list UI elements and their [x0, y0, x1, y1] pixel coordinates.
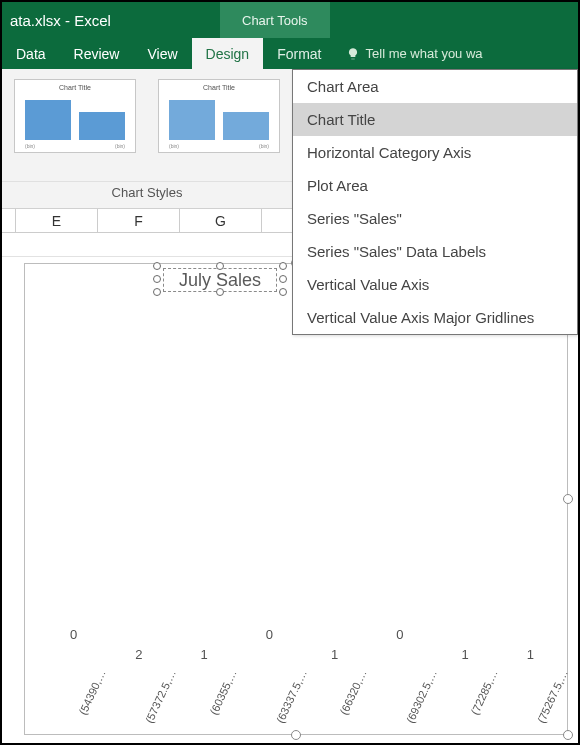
x-axis-labels[interactable]: (54390,…(57372.5,…(60355,…(63337.5,…(663… — [41, 648, 563, 728]
dd-chart-title[interactable]: Chart Title — [293, 103, 577, 136]
thumb-bars-1 — [25, 100, 125, 140]
tab-format[interactable]: Format — [263, 38, 335, 69]
data-label: 0 — [41, 627, 106, 642]
col-hdr-e[interactable]: E — [16, 209, 98, 232]
x-tick-label: (63337.5,… — [237, 648, 302, 728]
title-handle[interactable] — [279, 275, 287, 283]
ribbon-tabs: Data Review View Design Format Tell me w… — [2, 38, 578, 69]
dd-plot-area[interactable]: Plot Area — [293, 169, 577, 202]
tab-data[interactable]: Data — [2, 38, 60, 69]
chart-style-option-2[interactable]: Chart Title (bin)(bin) — [158, 79, 280, 153]
dd-horizontal-axis[interactable]: Horizontal Category Axis — [293, 136, 577, 169]
thumb-bars-2 — [169, 100, 269, 140]
col-hdr-g[interactable]: G — [180, 209, 262, 232]
col-hdr-f[interactable]: F — [98, 209, 180, 232]
lightbulb-icon — [346, 47, 360, 61]
x-tick-label: (66320,… — [302, 648, 367, 728]
title-handle[interactable] — [216, 262, 224, 270]
title-handle[interactable] — [153, 262, 161, 270]
title-handle[interactable] — [279, 262, 287, 270]
dd-chart-area[interactable]: Chart Area — [293, 70, 577, 103]
tell-me-search[interactable]: Tell me what you wa — [336, 38, 483, 69]
dd-series-sales-labels[interactable]: Series "Sales" Data Labels — [293, 235, 577, 268]
chart-handle-bottom-right[interactable] — [563, 730, 573, 740]
bar-series[interactable]: 02101011 — [41, 336, 563, 644]
chart-handle-bottom[interactable] — [291, 730, 301, 740]
data-label: 0 — [237, 627, 302, 642]
plot-area[interactable]: 02101011 — [41, 336, 563, 644]
x-tick-label: (75267.5,… — [498, 648, 563, 728]
dd-vertical-axis[interactable]: Vertical Value Axis — [293, 268, 577, 301]
x-tick-label: (57372.5,… — [106, 648, 171, 728]
excel-window: ata.xlsx - Excel Chart Tools Data Review… — [0, 0, 580, 745]
file-title: ata.xlsx - Excel — [10, 12, 111, 29]
col-hdr-blank[interactable] — [2, 209, 16, 232]
chart-styles-group-label: Chart Styles — [2, 181, 292, 200]
chart-elements-dropdown[interactable]: Chart Area Chart Title Horizontal Catego… — [292, 69, 578, 335]
tab-view[interactable]: View — [133, 38, 191, 69]
data-label: 0 — [367, 627, 432, 642]
x-tick-label: (60355,… — [172, 648, 237, 728]
chart-title-selection[interactable]: July Sales — [153, 262, 287, 296]
tab-design[interactable]: Design — [192, 38, 264, 69]
dd-vertical-axis-gridlines[interactable]: Vertical Value Axis Major Gridlines — [293, 301, 577, 334]
tab-review[interactable]: Review — [60, 38, 134, 69]
thumb-title-2: Chart Title — [159, 84, 279, 91]
dd-series-sales[interactable]: Series "Sales" — [293, 202, 577, 235]
x-tick-label: (54390,… — [41, 648, 106, 728]
chart-handle-right[interactable] — [563, 494, 573, 504]
chart-tools-context-label: Chart Tools — [220, 2, 330, 38]
x-tick-label: (72285,… — [433, 648, 498, 728]
title-handle[interactable] — [279, 288, 287, 296]
title-handle[interactable] — [153, 288, 161, 296]
title-handle[interactable] — [216, 288, 224, 296]
x-tick-label: (69302.5,… — [367, 648, 432, 728]
title-handle[interactable] — [153, 275, 161, 283]
chart-style-option-1[interactable]: Chart Title (bin)(bin) — [14, 79, 136, 153]
thumb-title-1: Chart Title — [15, 84, 135, 91]
tell-me-placeholder: Tell me what you wa — [366, 46, 483, 61]
